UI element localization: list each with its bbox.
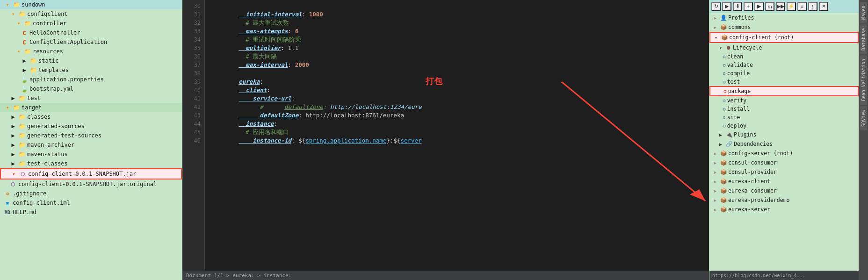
maven-item-config-client-root[interactable]: ▾ 📦 config-client (root): [709, 32, 859, 43]
maven-item-config-server[interactable]: ▶ 📦 config-server (root): [709, 149, 859, 158]
tree-item-config-client-iml[interactable]: ▣ config-client.iml: [0, 198, 182, 208]
maven-close-btn[interactable]: ✕: [819, 2, 828, 11]
plugins-icon: 🔌: [726, 131, 732, 138]
chevron-down-icon: ▾: [717, 44, 724, 51]
maven-label-config-server: config-server (root): [728, 150, 793, 157]
tree-label-hellocontroller: HelloController: [29, 29, 80, 36]
tree-item-gitignore[interactable]: ⚙ .gitignore: [0, 189, 182, 198]
maven-label-consul-consumer: consul-consumer: [728, 159, 777, 166]
maven-item-commons[interactable]: ▶ 📦 commons: [709, 22, 859, 32]
chevron-down-icon: ▾: [712, 34, 720, 41]
maven-more-btn[interactable]: ⫶: [808, 2, 817, 11]
code-line-36: max-interval: 2000: [210, 52, 703, 61]
maven-item-validate[interactable]: ⚙ validate: [709, 61, 859, 69]
maven-download-btn[interactable]: ⬇: [733, 2, 742, 11]
tree-item-target[interactable]: ▾ 📁 target: [0, 103, 182, 112]
folder-icon: 📁: [18, 10, 26, 18]
chevron-right-icon: ▶: [711, 178, 719, 185]
tree-label-gitignore: .gitignore: [13, 190, 46, 197]
tab-database[interactable]: Database: [860, 24, 867, 54]
maven-refresh-btn[interactable]: ↻: [711, 2, 721, 11]
tree-item-configclientapplication[interactable]: C ConfigClientApplication: [0, 37, 182, 47]
maven-item-eureka-server[interactable]: ▶ 📦 eureka-server: [709, 205, 859, 214]
maven-item-deploy[interactable]: ⚙ deploy: [709, 122, 859, 130]
java-icon: C: [21, 29, 28, 36]
maven-item-install[interactable]: ⚙ install: [709, 105, 859, 113]
code-keyword: multiplier: [239, 44, 281, 51]
tree-item-help-md[interactable]: MD HELP.md: [0, 208, 182, 217]
file-tree[interactable]: ▾ 📁 sundown ▾ 📁 configclient ▾ 📁 control…: [0, 0, 182, 280]
tree-item-static[interactable]: ▶ 📁 static: [0, 56, 182, 65]
tree-item-application-properties[interactable]: 🍃 application.properties: [0, 75, 182, 84]
maven-label-profiles: Profiles: [728, 14, 754, 21]
code-lines[interactable]: initial-interval: 1000 # 最大重试次数 max-atte…: [205, 0, 709, 271]
tree-item-test[interactable]: ▶ 📁 test: [0, 93, 182, 103]
folder-icon: 📁: [18, 132, 26, 139]
jar-icon: ⬡: [9, 180, 17, 188]
maven-item-plugins[interactable]: ▶ 🔌 Plugins: [709, 130, 859, 139]
maven-tree[interactable]: ▶ 👤 Profiles ▶ 📦 commons ▾ 📦 config-clie…: [709, 13, 859, 271]
maven-skip-btn[interactable]: ▶▶: [776, 2, 785, 11]
tree-item-config-client-jar[interactable]: ➤ ⬡ config-client-0.0.1-SNAPSHOT.jar: [0, 168, 182, 179]
maven-add-btn[interactable]: +: [744, 2, 753, 11]
maven-item-eureka-client[interactable]: ▶ 📦 eureka-client: [709, 177, 859, 186]
tree-item-hellocontroller[interactable]: C HelloController: [0, 28, 182, 37]
chevron-icon: ▶: [21, 57, 28, 65]
code-comment: # 应用名和端口: [239, 129, 289, 136]
maven-m-btn[interactable]: m: [765, 2, 774, 11]
maven-lightning-btn[interactable]: ⚡: [787, 2, 796, 11]
git-icon: ⚙: [4, 190, 11, 197]
maven-item-package[interactable]: ⚙ package: [709, 86, 859, 96]
tree-item-config-client-jar-original[interactable]: ⬡ config-client-0.0.1-SNAPSHOT.jar.origi…: [0, 179, 182, 189]
tree-item-generated-test-sources[interactable]: ▶ 📁 generated-test-sources: [0, 131, 182, 140]
code-status-bar: Document 1/1 > eureka: > instance:: [182, 271, 709, 280]
maven-item-eureka-providerdemo[interactable]: ▶ 📦 eureka-providerdemo: [709, 195, 859, 205]
tab-sqview[interactable]: SQView: [860, 106, 867, 130]
maven-label-consul-provider: consul-provider: [728, 169, 777, 175]
tree-item-resources[interactable]: ▾ 📁 resources: [0, 47, 182, 56]
tree-item-configclient[interactable]: ▾ 📁 configclient: [0, 9, 182, 19]
maven-label-compile: compile: [727, 70, 750, 77]
code-line-44: # 应用名和端口: [210, 120, 703, 128]
tab-maven[interactable]: Maven: [860, 2, 867, 23]
tree-item-maven-archiver[interactable]: ▶ 📁 maven-archiver: [0, 140, 182, 150]
tree-item-classes[interactable]: ▶ 📁 classes: [0, 112, 182, 122]
maven-item-verify[interactable]: ⚙ verify: [709, 96, 859, 105]
chevron-right-icon: ▶: [711, 187, 719, 194]
maven-item-test[interactable]: ⚙ test: [709, 78, 859, 86]
maven-item-clean[interactable]: ⚙ clean: [709, 52, 859, 61]
maven-item-site[interactable]: ⚙ site: [709, 113, 859, 122]
folder-icon: 📁: [29, 66, 37, 74]
tree-item-controller[interactable]: ▾ 📁 controller: [0, 19, 182, 28]
tree-item-templates[interactable]: ▶ 📁 templates: [0, 65, 182, 75]
tree-item-generated-sources[interactable]: ▶ 📁 generated-sources: [0, 122, 182, 131]
tree-item-bootstrap-yml[interactable]: 🍃 bootstrap.yml: [0, 84, 182, 93]
maven-menu-btn[interactable]: ≡: [797, 2, 807, 11]
line-num-40: 40: [186, 86, 201, 94]
maven-item-consul-provider[interactable]: ▶ 📦 consul-provider: [709, 167, 859, 177]
maven-item-lifecycle[interactable]: ▾ ⏺ Lifecycle: [709, 43, 859, 52]
tree-label-maven-archiver: maven-archiver: [27, 142, 74, 148]
profiles-icon: 👤: [720, 14, 727, 21]
maven-item-consul-consumer[interactable]: ▶ 📦 consul-consumer: [709, 158, 859, 167]
maven-item-profiles[interactable]: ▶ 👤 Profiles: [709, 13, 859, 22]
tab-bean-validation[interactable]: Bean Validation: [860, 55, 867, 105]
tree-item-sundown[interactable]: ▾ 📁 sundown: [0, 0, 182, 9]
code-keyword: max-interval: [239, 61, 288, 68]
tree-label-maven-status: maven-status: [27, 151, 68, 158]
tree-item-test-classes[interactable]: ▶ 📁 test-classes: [0, 159, 182, 168]
maven-label-test: test: [727, 79, 740, 85]
gear-icon: ⚙: [723, 62, 726, 68]
maven-run-btn[interactable]: ▶: [722, 2, 731, 11]
tree-item-maven-status[interactable]: ▶ 📁 maven-status: [0, 150, 182, 159]
code-content: 30 31 32 33 34 35 36 37 38 39 40 41 42 4…: [182, 0, 709, 271]
maven-label-config-client: config-client (root): [729, 34, 794, 41]
maven-item-compile[interactable]: ⚙ compile: [709, 69, 859, 78]
maven-item-dependencies[interactable]: ▶ 🔗 Dependencies: [709, 139, 859, 149]
folder-icon: 📁: [18, 94, 26, 102]
maven-label-clean: clean: [727, 53, 744, 60]
chevron-right-icon: ▶: [711, 168, 719, 176]
tree-label-config-client-iml: config-client.iml: [13, 200, 70, 206]
maven-execute-btn[interactable]: ▶: [754, 2, 764, 11]
maven-item-eureka-consumer[interactable]: ▶ 📦 eureka-consumer: [709, 186, 859, 195]
